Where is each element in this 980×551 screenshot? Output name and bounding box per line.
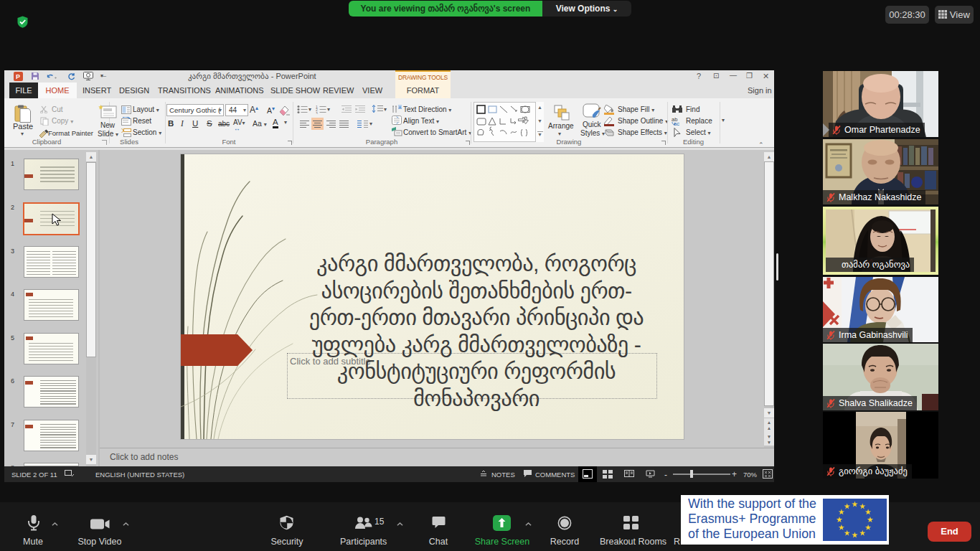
svg-text:3: 3 [316, 111, 318, 115]
svg-text:P: P [16, 73, 20, 80]
svg-text:A: A [399, 105, 402, 110]
